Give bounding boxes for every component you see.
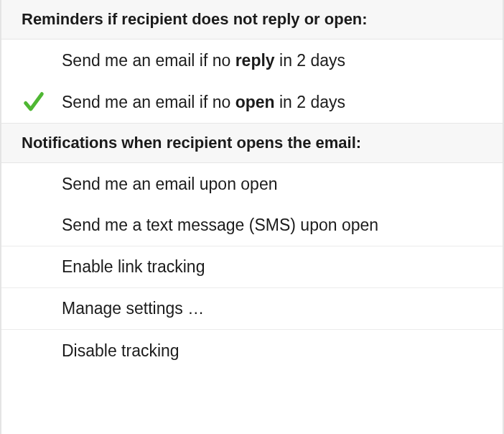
reminder-no-reply-label: Send me an email if no reply in 2 days (62, 51, 482, 70)
manage-settings-row[interactable]: Manage settings … (1, 288, 503, 330)
sms-on-open-row[interactable]: Send me a text message (SMS) upon open (1, 205, 503, 246)
disable-tracking-row[interactable]: Disable tracking (1, 330, 503, 371)
check-icon (22, 90, 46, 114)
reminder-no-open-label: Send me an email if no open in 2 days (62, 93, 482, 112)
enable-link-tracking-row[interactable]: Enable link tracking (1, 246, 503, 288)
sms-on-open-label: Send me a text message (SMS) upon open (62, 216, 482, 235)
email-on-open-row[interactable]: Send me an email upon open (1, 163, 503, 205)
reminder-no-open-row[interactable]: Send me an email if no open in 2 days (1, 81, 503, 123)
section-header-reminders: Reminders if recipient does not reply or… (1, 0, 503, 40)
reminder-no-reply-row[interactable]: Send me an email if no reply in 2 days (1, 40, 503, 81)
enable-link-tracking-label: Enable link tracking (62, 257, 482, 277)
section-header-notifications: Notifications when recipient opens the e… (1, 123, 503, 163)
check-slot (22, 90, 62, 114)
manage-settings-label: Manage settings … (62, 299, 482, 318)
disable-tracking-label: Disable tracking (62, 341, 482, 361)
email-on-open-label: Send me an email upon open (62, 175, 482, 194)
